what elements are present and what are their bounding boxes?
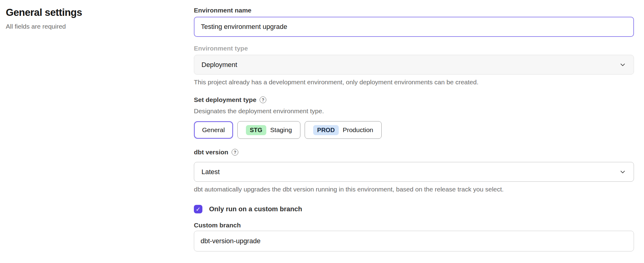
dbt-version-label-text: dbt version (194, 149, 228, 156)
custom-branch-checkbox-label: Only run on a custom branch (209, 205, 302, 213)
environment-type-value: Deployment (201, 61, 237, 69)
custom-branch-checkbox-row: ✓ Only run on a custom branch (194, 205, 634, 213)
dbt-version-value: Latest (201, 168, 220, 176)
settings-header: General settings All fields are required (6, 7, 194, 251)
environment-name-input[interactable] (194, 17, 634, 37)
environment-name-label: Environment name (194, 7, 634, 14)
deployment-type-option-staging[interactable]: STG Staging (237, 121, 300, 139)
check-icon: ✓ (196, 206, 201, 213)
environment-type-select[interactable]: Deployment (194, 55, 634, 75)
custom-branch-input[interactable] (194, 231, 634, 251)
deployment-type-option-general[interactable]: General (194, 121, 233, 139)
deployment-type-option-production[interactable]: PROD Production (305, 121, 382, 139)
chevron-down-icon (620, 62, 626, 68)
deployment-type-option-production-label: Production (343, 126, 373, 134)
dbt-version-select[interactable]: Latest (194, 162, 634, 182)
deployment-type-option-staging-label: Staging (270, 126, 292, 134)
deployment-type-label: Set deployment type ? (194, 96, 634, 103)
environment-settings-form: Environment name Environment type Deploy… (194, 7, 634, 251)
deployment-type-label-text: Set deployment type (194, 96, 256, 103)
page-subtitle: All fields are required (6, 23, 194, 30)
custom-branch-label: Custom branch (194, 222, 634, 229)
environment-type-label: Environment type (194, 45, 634, 52)
help-icon[interactable]: ? (232, 149, 238, 156)
deployment-type-options: General STG Staging PROD Production (194, 121, 634, 139)
help-icon[interactable]: ? (260, 96, 266, 103)
page-title: General settings (6, 7, 194, 18)
deployment-type-description: Designates the deployment environment ty… (194, 107, 634, 115)
dbt-version-label: dbt version ? (194, 149, 634, 156)
custom-branch-checkbox[interactable]: ✓ (194, 205, 202, 213)
deployment-type-option-general-label: General (202, 126, 225, 134)
staging-badge: STG (246, 125, 266, 135)
settings-page: General settings All fields are required… (0, 0, 644, 251)
environment-type-helper: This project already has a development e… (194, 79, 634, 86)
dbt-version-helper: dbt automatically upgrades the dbt versi… (194, 186, 634, 193)
production-badge: PROD (313, 125, 339, 135)
chevron-down-icon (620, 169, 626, 175)
